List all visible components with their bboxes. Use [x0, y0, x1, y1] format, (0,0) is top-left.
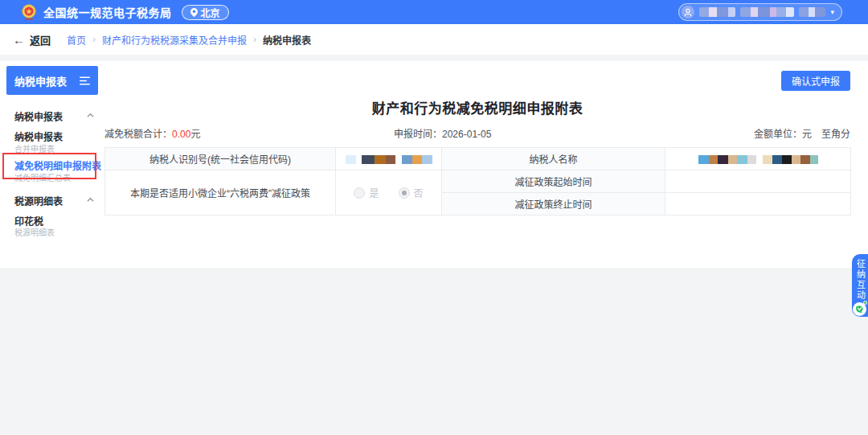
user-avatar-icon	[682, 6, 694, 18]
content-panel: 纳税申报表 纳税申报表 纳税申报表 合并申报表 减免税明细申报附表 减免明细汇总…	[0, 61, 868, 268]
table-row: 纳税人识别号(统一社会信用代码) 纳税人名称	[105, 148, 851, 170]
reduction-total-label: 减免税额合计：	[104, 129, 172, 140]
breadcrumb-collection[interactable]: 财产和行为税税源采集及合并申报	[102, 33, 247, 47]
report-time-value: 2026-01-05	[442, 129, 491, 140]
taxpayer-id-value	[336, 148, 442, 170]
location-switcher[interactable]: 北京	[182, 5, 229, 20]
radio-group: 是 否	[339, 186, 438, 199]
back-button[interactable]: ← 返回	[13, 32, 51, 47]
taxpayer-name-value	[665, 148, 851, 170]
redacted-user-text	[799, 7, 825, 17]
sidebar-item-tax-return-sub: 合并申报表	[14, 142, 55, 154]
taxpayer-id-label: 纳税人识别号(统一社会信用代码)	[105, 148, 336, 170]
report-time-label: 申报时间：	[394, 129, 442, 140]
policy-start-value	[665, 170, 851, 193]
reduction-total-value: 0.00	[172, 129, 190, 140]
policy-end-label: 减征政策终止时间	[442, 193, 665, 215]
breadcrumb: 首页 › 财产和行为税税源采集及合并申报 › 纳税申报表	[67, 33, 311, 47]
sidebar-item-reduction-detail[interactable]: 减免税明细申报附表	[14, 158, 101, 172]
app-title: 全国统一规范电子税务局	[43, 4, 172, 20]
smallbiz-policy-answer: 是 否	[336, 170, 442, 215]
declaration-table: 纳税人识别号(统一社会信用代码) 纳税人名称 本期是否适用小微企业“六税两费”减…	[104, 147, 851, 215]
sidebar-section-declarations[interactable]: 纳税申报表	[14, 109, 63, 123]
breadcrumb-separator-icon: ›	[253, 34, 256, 45]
amount-unit-note: 金额单位：元 至角分	[754, 126, 850, 140]
national-emblem-logo	[21, 4, 37, 20]
page-title: 财产和行为税减免税明细申报附表	[104, 97, 850, 117]
caret-down-icon: ▾	[830, 9, 834, 16]
sidebar-item-tax-return[interactable]: 纳税申报表	[14, 129, 63, 143]
interaction-tab-label: 征纳互动	[856, 259, 865, 301]
confirm-declaration-button[interactable]: 确认式申报	[781, 71, 850, 91]
breadcrumb-home[interactable]: 首页	[67, 33, 86, 47]
location-label: 北京	[201, 6, 220, 19]
chevron-up-icon[interactable]	[87, 196, 94, 203]
menu-fold-icon	[80, 76, 90, 85]
back-label: 返回	[30, 32, 51, 47]
breadcrumb-bar: ← 返回 首页 › 财产和行为税税源采集及合并申报 › 纳税申报表	[0, 24, 868, 55]
table-row: 本期是否适用小微企业“六税两费”减征政策 是 否 减征政策起始时间	[105, 170, 851, 193]
redacted-user-text	[699, 7, 735, 17]
back-arrow-icon: ←	[13, 34, 25, 46]
summary-info-row: 减免税额合计：0.00元 申报时间：2026-01-05 金额单位：元 至角分	[104, 126, 850, 139]
sidebar-item-reduction-detail-sub: 减免明细汇总表	[14, 171, 71, 183]
interaction-side-tab[interactable]: 征纳互动	[852, 254, 868, 317]
taxpayer-name-label: 纳税人名称	[442, 148, 665, 170]
radio-no-label: 否	[414, 186, 424, 199]
report-time: 申报时间：2026-01-05	[394, 126, 491, 140]
radio-yes-icon	[354, 187, 365, 199]
chevron-up-icon[interactable]	[87, 112, 94, 119]
sidebar-header-label: 纳税申报表	[14, 73, 67, 88]
policy-start-label: 减征政策起始时间	[442, 170, 665, 193]
sidebar-item-stamp-tax-sub: 税源明细表	[14, 226, 55, 238]
reduction-total-unit: 元	[190, 129, 200, 140]
breadcrumb-separator-icon: ›	[92, 34, 96, 45]
location-pin-icon	[190, 8, 198, 17]
breadcrumb-current: 纳税申报表	[263, 33, 311, 47]
radio-option-yes[interactable]: 是	[354, 186, 379, 199]
sidebar-header[interactable]: 纳税申报表	[6, 66, 98, 95]
sidebar-section-tax-source[interactable]: 税源明细表	[14, 194, 63, 207]
user-account-menu[interactable]: ▾	[678, 3, 842, 21]
notification-dot	[863, 301, 867, 305]
redacted-taxpayer-id	[346, 155, 432, 164]
radio-option-no[interactable]: 否	[399, 186, 424, 199]
reduction-total: 减免税额合计：0.00元	[104, 126, 200, 140]
top-app-bar: 全国统一规范电子税务局 北京 ▾	[0, 0, 868, 24]
radio-no-icon	[399, 187, 410, 199]
redacted-taxpayer-name	[698, 155, 818, 164]
radio-yes-label: 是	[369, 186, 379, 199]
policy-end-value	[665, 193, 851, 215]
redacted-user-text	[740, 7, 794, 17]
smallbiz-policy-question: 本期是否适用小微企业“六税两费”减征政策	[105, 170, 336, 215]
